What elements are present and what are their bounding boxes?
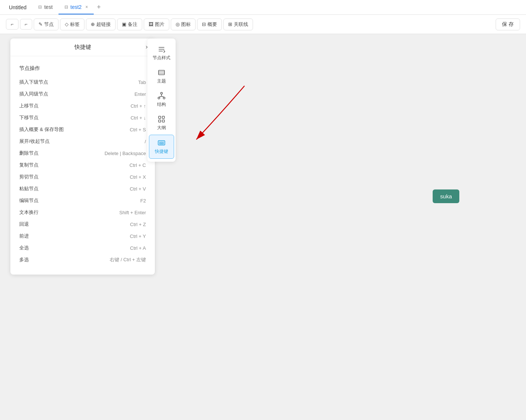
shortcut-row: 编辑节点 F2 [19, 195, 146, 206]
shortcut-action: 下移节点 [19, 114, 39, 121]
shortcut-action: 前进 [19, 233, 29, 239]
svg-rect-12 [159, 142, 160, 143]
shortcut-action: 复制节点 [19, 162, 39, 168]
svg-point-3 [163, 97, 165, 99]
toolbar-relation-label: 关联线 [234, 21, 248, 28]
tab-test2-label: test2 [70, 4, 81, 10]
shortcut-key: Shift + Enter [119, 210, 146, 215]
shortcut-key: Enter [134, 91, 146, 97]
shortcuts-header: 快捷键 × [10, 38, 155, 56]
tab-untitled-label: Untitled [9, 4, 26, 10]
shortcut-action: 全选 [19, 245, 29, 251]
shortcut-row: 插入下级节点 Tab [19, 76, 146, 88]
toolbar-iconbtn-label: 图标 [181, 21, 191, 28]
shortcuts-panel: 快捷键 × 节点操作 插入下级节点 Tab 插入同级节点 Enter 上移节点 … [10, 38, 155, 275]
shortcut-row: 删除节点 Delete | Backspace [19, 147, 146, 159]
toolbar-tag-button[interactable]: ◇ 标签 [60, 19, 84, 30]
svg-line-5 [159, 96, 162, 97]
svg-point-2 [158, 97, 160, 99]
tab-test2-icon: ⊟ [64, 4, 68, 10]
shortcut-row: 展开/收起节点 / [19, 135, 146, 147]
icon-icon: ◎ [176, 21, 180, 27]
image-icon: 🖼 [149, 21, 153, 27]
toolbar-redo-button[interactable]: ⌐ [20, 19, 33, 30]
shortcut-row: 复制节点 Ctrl + C [19, 159, 146, 171]
shortcut-action: 展开/收起节点 [19, 138, 50, 145]
toolbar-link-label: 超链接 [96, 21, 111, 28]
shortcuts-active-label: 快捷键 [155, 148, 168, 155]
shortcuts-body: 节点操作 插入下级节点 Tab 插入同级节点 Enter 上移节点 Ctrl +… [10, 56, 155, 275]
toolbar: ⌐ ⌐ ✎ 节点 ◇ 标签 ⊕ 超链接 ▣ 备注 🖼 图片 ◎ 图标 ⊟ 概要 … [0, 15, 526, 34]
tab-test-label: test [44, 4, 53, 10]
shortcut-key: 右键 / Ctrl + 左键 [110, 256, 146, 263]
shortcut-action: 文本换行 [19, 209, 39, 216]
outline-icon [157, 115, 166, 123]
shortcut-key: Ctrl + A [130, 245, 146, 251]
undo-icon: ⌐ [11, 21, 14, 27]
save-button[interactable]: 保 存 [496, 19, 520, 30]
shortcut-key: Ctrl + Z [130, 222, 146, 227]
toolbar-note-label: 备注 [128, 21, 137, 28]
shortcut-action: 删除节点 [19, 150, 39, 157]
shortcut-row: 全选 Ctrl + A [19, 242, 146, 254]
shortcut-row: 前进 Ctrl + Y [19, 230, 146, 242]
suka-button[interactable]: suka [433, 189, 459, 203]
shortcut-row: 插入概要 & 保存导图 Ctrl + S [19, 124, 146, 135]
toolbar-node-label: 节点 [44, 21, 54, 28]
shortcut-action: 回退 [19, 221, 29, 228]
shortcut-action: 插入概要 & 保存导图 [19, 126, 64, 133]
side-icon-structure[interactable]: 结构 [149, 88, 174, 111]
theme-icon [157, 68, 166, 77]
shortcut-action: 编辑节点 [19, 197, 39, 204]
shortcut-row: 下移节点 Ctrl + ↓ [19, 112, 146, 124]
shortcut-action: 多选 [19, 256, 29, 263]
side-icon-theme[interactable]: 主题 [149, 65, 174, 88]
toolbar-undo-button[interactable]: ⌐ [6, 19, 19, 30]
toolbar-summary-button[interactable]: ⊟ 概要 [197, 19, 222, 30]
shortcut-key: Tab [138, 80, 146, 85]
shortcut-key: Ctrl + V [130, 186, 146, 192]
svg-point-1 [161, 93, 163, 94]
tab-untitled[interactable]: Untitled [3, 0, 32, 14]
redo-icon: ⌐ [25, 21, 28, 27]
toolbar-link-button[interactable]: ⊕ 超链接 [86, 19, 116, 30]
svg-rect-0 [159, 70, 164, 75]
tab-test2[interactable]: ⊟ test2 × [59, 0, 94, 14]
side-icon-outline[interactable]: 大纲 [149, 111, 174, 135]
svg-rect-10 [162, 120, 164, 122]
note-icon: ▣ [122, 21, 126, 27]
svg-rect-13 [161, 142, 162, 143]
toolbar-image-label: 图片 [155, 21, 164, 28]
tab-test-icon: ⊟ [38, 4, 42, 10]
shortcut-row: 文本换行 Shift + Enter [19, 206, 146, 218]
toolbar-relation-button[interactable]: ⊞ 关联线 [223, 19, 253, 30]
summary-icon: ⊟ [202, 21, 206, 27]
shortcut-key: Ctrl + S [130, 127, 146, 132]
svg-rect-14 [163, 142, 164, 143]
node-style-icon [157, 45, 166, 53]
side-icon-panel: 节点样式 主题 结构 [147, 38, 176, 162]
svg-rect-7 [159, 116, 161, 118]
toolbar-node-button[interactable]: ✎ 节点 [34, 19, 59, 30]
structure-icon [157, 92, 166, 100]
tab-test2-close[interactable]: × [85, 4, 88, 10]
side-icon-shortcuts[interactable]: 快捷键 [149, 135, 174, 159]
shortcut-key: Ctrl + ↓ [130, 115, 146, 121]
shortcut-row: 粘贴节点 Ctrl + V [19, 183, 146, 195]
tab-bar: Untitled ⊟ test ⊟ test2 × + [0, 0, 526, 15]
shortcut-row: 剪切节点 Ctrl + X [19, 171, 146, 183]
relation-icon: ⊞ [228, 21, 232, 27]
tab-add-button[interactable]: + [94, 3, 104, 11]
shortcut-key: Ctrl + C [130, 162, 146, 168]
shortcut-row: 插入同级节点 Enter [19, 88, 146, 100]
shortcut-action: 插入同级节点 [19, 91, 48, 97]
shortcut-action: 插入下级节点 [19, 79, 48, 85]
toolbar-summary-label: 概要 [207, 21, 217, 28]
toolbar-iconbtn-button[interactable]: ◎ 图标 [171, 19, 196, 30]
side-icon-node-style[interactable]: 节点样式 [149, 41, 174, 65]
toolbar-image-button[interactable]: 🖼 图片 [144, 19, 169, 30]
svg-line-6 [162, 96, 164, 97]
tab-test[interactable]: ⊟ test [32, 0, 59, 14]
toolbar-note-button[interactable]: ▣ 备注 [117, 19, 142, 30]
shortcut-row: 上移节点 Ctrl + ↑ [19, 100, 146, 112]
